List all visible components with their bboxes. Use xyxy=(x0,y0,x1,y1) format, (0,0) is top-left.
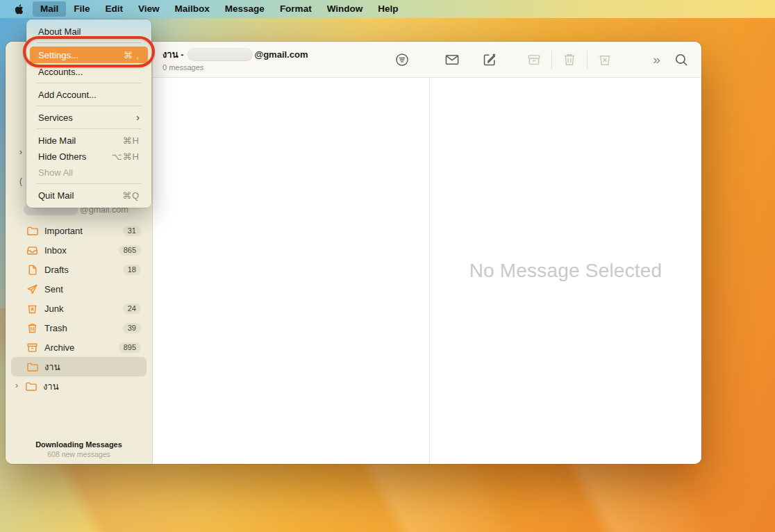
menu-item-hide-others[interactable]: Hide Others ⌥⌘H xyxy=(30,149,148,164)
sidebar-item-trash[interactable]: Trash 39 xyxy=(11,318,147,338)
sidebar-item-archive[interactable]: Archive 895 xyxy=(11,338,147,357)
unread-badge: 18 xyxy=(123,265,141,275)
redacted-email-name xyxy=(188,48,253,61)
get-mail-button[interactable] xyxy=(442,49,462,70)
search-icon xyxy=(674,52,689,67)
hidden-disclosure-chevron[interactable]: ( xyxy=(19,176,22,186)
filter-icon xyxy=(394,52,410,67)
menu-item-add-account[interactable]: Add Account... xyxy=(30,87,148,102)
archive-box-icon xyxy=(526,52,542,67)
download-status-title: Downloading Messages xyxy=(6,440,152,449)
menubar-item-view[interactable]: View xyxy=(131,1,167,17)
shortcut-label: ⌘Q xyxy=(122,190,140,201)
trash-icon xyxy=(26,322,38,334)
toolbar-separator xyxy=(551,51,552,69)
menubar-item-mailbox[interactable]: Mailbox xyxy=(167,1,217,17)
download-status: Downloading Messages 608 new messages xyxy=(6,440,152,458)
archive-button[interactable] xyxy=(524,49,544,70)
menu-bar: Mail File Edit View Mailbox Message Form… xyxy=(0,0,775,18)
sidebar-item-important[interactable]: Important 31 xyxy=(11,221,147,240)
desktop: › ( @gmail.com Important 31 Inbox 865 xyxy=(0,0,775,532)
inbox-icon xyxy=(26,244,38,256)
menu-separator xyxy=(37,128,141,129)
sent-icon xyxy=(26,283,38,295)
apple-logo-icon xyxy=(14,4,24,15)
menu-separator xyxy=(37,106,141,106)
menu-separator xyxy=(37,42,141,43)
menubar-item-mail[interactable]: Mail xyxy=(33,1,66,17)
folder-icon xyxy=(26,361,38,373)
sidebar-item-drafts[interactable]: Drafts 18 xyxy=(11,260,147,279)
unread-badge: 31 xyxy=(123,226,141,236)
toolbar: งาน - @gmail.com 0 messages xyxy=(153,42,701,78)
hidden-disclosure-chevron[interactable]: › xyxy=(19,147,22,157)
main-area: งาน - @gmail.com 0 messages xyxy=(153,42,701,464)
menu-item-settings[interactable]: Settings... ⌘ , xyxy=(30,47,148,63)
mail-dropdown-menu: About Mail Settings... ⌘ , Accounts... A… xyxy=(26,19,151,208)
delete-button[interactable] xyxy=(559,49,580,70)
mailbox-list: Important 31 Inbox 865 Drafts 18 Sent xyxy=(6,221,152,396)
submenu-chevron-icon: › xyxy=(136,112,140,122)
junk-button[interactable] xyxy=(594,49,615,70)
compose-button[interactable] xyxy=(479,49,500,70)
empty-state-text: No Message Selected xyxy=(469,260,662,282)
chevron-double-right-icon: » xyxy=(653,52,660,67)
download-status-subtitle: 608 new messages xyxy=(6,450,152,458)
sidebar-item-work-folder-2[interactable]: › งาน xyxy=(11,376,147,396)
menubar-item-file[interactable]: File xyxy=(66,1,97,17)
sidebar-item-junk[interactable]: Junk 24 xyxy=(11,299,147,318)
menu-item-show-all: Show All xyxy=(30,165,148,180)
envelope-icon xyxy=(444,52,460,67)
menubar-item-message[interactable]: Message xyxy=(217,1,272,17)
junk-icon xyxy=(26,303,38,315)
drafts-icon xyxy=(26,264,38,276)
mailbox-title-prefix: งาน - xyxy=(162,47,183,62)
menubar-item-window[interactable]: Window xyxy=(319,1,371,17)
sidebar-item-work-folder[interactable]: งาน xyxy=(11,357,147,376)
unread-badge: 895 xyxy=(119,342,141,353)
menu-item-quit-mail[interactable]: Quit Mail ⌘Q xyxy=(30,188,148,203)
toolbar-overflow-button[interactable]: » xyxy=(646,49,667,70)
unread-badge: 24 xyxy=(123,304,141,314)
toolbar-separator xyxy=(587,51,588,69)
junk-bin-icon xyxy=(597,52,612,67)
menu-item-accounts[interactable]: Accounts... xyxy=(30,64,148,79)
menubar-item-help[interactable]: Help xyxy=(370,1,406,17)
menu-item-services[interactable]: Services › xyxy=(30,110,148,125)
menu-item-hide-mail[interactable]: Hide Mail ⌘H xyxy=(30,133,148,148)
shortcut-label: ⌥⌘H xyxy=(112,151,140,162)
menu-separator xyxy=(37,83,141,83)
folder-icon xyxy=(25,381,37,392)
disclosure-chevron-icon[interactable]: › xyxy=(15,381,25,390)
sidebar-item-sent[interactable]: Sent xyxy=(11,279,147,299)
menu-separator xyxy=(37,183,141,184)
message-count: 0 messages xyxy=(162,63,392,72)
folder-icon xyxy=(26,225,38,237)
apple-menu[interactable] xyxy=(10,0,33,18)
unread-badge: 39 xyxy=(123,323,141,333)
content-panes: No Message Selected xyxy=(153,78,701,464)
compose-icon xyxy=(482,52,497,67)
search-button[interactable] xyxy=(671,49,692,70)
menu-item-about-mail[interactable]: About Mail xyxy=(30,24,148,39)
archive-icon xyxy=(26,342,38,354)
message-list-pane[interactable] xyxy=(153,78,430,464)
filter-button[interactable] xyxy=(392,49,412,70)
shortcut-label: ⌘H xyxy=(123,135,140,146)
mailbox-title-block: งาน - @gmail.com 0 messages xyxy=(162,47,392,72)
sidebar-item-inbox[interactable]: Inbox 865 xyxy=(11,240,147,260)
shortcut-label: ⌘ , xyxy=(124,50,140,60)
unread-badge: 865 xyxy=(119,245,141,256)
menubar-item-format[interactable]: Format xyxy=(272,1,319,17)
message-view-pane: No Message Selected xyxy=(430,78,701,464)
menubar-item-edit[interactable]: Edit xyxy=(98,1,131,17)
mailbox-title-suffix: @gmail.com xyxy=(254,49,308,60)
trash-icon xyxy=(562,52,577,67)
